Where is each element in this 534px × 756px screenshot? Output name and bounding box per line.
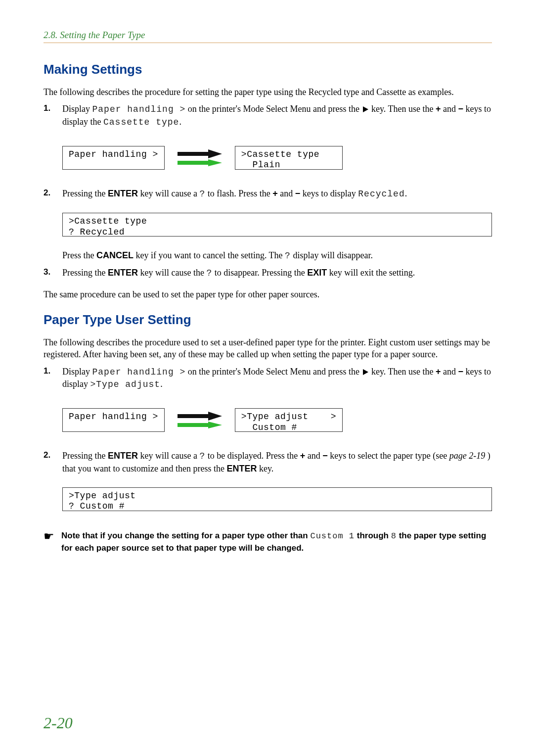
step-number: 1. — [44, 366, 62, 391]
step-number: 2. — [44, 450, 62, 474]
right-arrow-icon — [363, 106, 368, 112]
step-body: Pressing the ENTER key will cause a ? to… — [62, 450, 492, 474]
page-section-header: 2.8. Setting the Paper Type — [44, 30, 492, 43]
step-body: Pressing the ENTER key will cause a ? to… — [62, 188, 492, 200]
note-text: Note that if you change the setting for … — [61, 530, 492, 554]
lcd-display: Paper handling > — [62, 146, 165, 170]
lcd-diagram: Paper handling > >Cassette type Plain — [62, 146, 492, 170]
step-2: 2. Pressing the ENTER key will cause a ?… — [44, 450, 492, 474]
step-body: Pressing the ENTER key will cause the ? … — [62, 267, 492, 279]
svg-marker-1 — [178, 159, 222, 166]
intro-paragraph: The following describes the procedure us… — [44, 336, 492, 361]
lcd-display: >Type adjust > Custom # — [235, 408, 343, 432]
lcd-display: >Type adjust ? Custom # — [62, 487, 492, 511]
pointing-hand-icon: ☛ — [44, 530, 54, 542]
step-body: Display Paper handling > on the printer'… — [62, 366, 492, 391]
arrow-icon — [178, 412, 222, 428]
svg-marker-0 — [178, 149, 222, 158]
step-3: 3. Pressing the ENTER key will cause the… — [44, 267, 492, 279]
heading-paper-type-user-setting: Paper Type User Setting — [44, 312, 492, 328]
outro-paragraph: The same procedure can be used to set th… — [44, 288, 492, 300]
step-1: 1. Display Paper handling > on the print… — [44, 366, 492, 391]
lcd-text: >Type adjust — [90, 379, 161, 389]
step-2: 2. Pressing the ENTER key will cause a ?… — [44, 188, 492, 200]
page-number: 2-20 — [44, 714, 73, 732]
lcd-display: Paper handling > — [62, 408, 165, 432]
note-block: ☛ Note that if you change the setting fo… — [44, 530, 492, 554]
lcd-text: Recycled — [358, 189, 404, 199]
lcd-diagram: Paper handling > >Type adjust > Custom # — [62, 408, 492, 432]
step-1: 1. Display Paper handling > on the print… — [44, 103, 492, 128]
lcd-display: >Cassette type Plain — [235, 146, 343, 170]
step-2b: Press the CANCEL key if you want to canc… — [62, 249, 492, 262]
arrow-icon — [178, 149, 222, 166]
step-number: 3. — [44, 267, 62, 279]
right-arrow-icon — [363, 369, 368, 375]
svg-marker-3 — [178, 422, 222, 428]
lcd-text: Paper handling > — [92, 104, 186, 114]
step-number: 2. — [44, 188, 62, 200]
step-number: 1. — [44, 103, 62, 128]
lcd-text: Cassette type — [103, 117, 179, 127]
svg-marker-2 — [178, 412, 222, 421]
step-body: Display Paper handling > on the printer'… — [62, 103, 492, 128]
intro-paragraph: The following describes the procedure fo… — [44, 86, 492, 98]
lcd-display: >Cassette type ? Recycled — [62, 213, 492, 236]
heading-making-settings: Making Settings — [44, 62, 492, 77]
lcd-text: Paper handling > — [92, 367, 186, 377]
page-reference: page 2-19 — [449, 451, 485, 461]
